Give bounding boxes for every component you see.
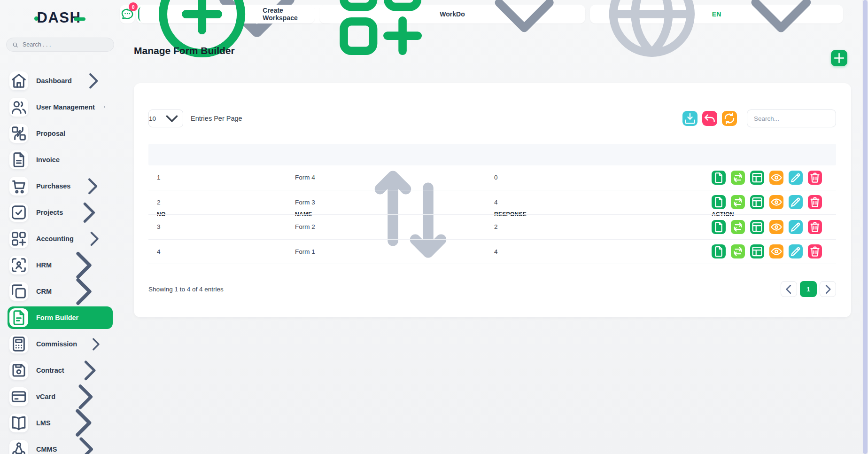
create-workspace-label: Create Workspace <box>263 7 309 22</box>
table-icon <box>750 244 764 258</box>
cell-response: 0 <box>486 174 703 181</box>
row-action-edit-button[interactable] <box>789 171 803 185</box>
table-header: NO NAME RESPONSE ACTION <box>148 144 836 165</box>
row-action-convert-button[interactable] <box>731 220 745 234</box>
messages-button[interactable]: 0 <box>120 5 135 23</box>
table-icon <box>750 195 764 209</box>
workspace-menu-label: WorkDo <box>440 10 465 18</box>
sidebar-item-projects[interactable]: Projects <box>8 201 113 224</box>
create-form-button[interactable] <box>831 50 847 66</box>
chevron-right-icon <box>65 429 106 454</box>
row-action-form-link-button[interactable] <box>712 244 726 258</box>
topbar-right: 0 Create Workspace WorkDo EN <box>120 5 843 23</box>
eye-icon <box>769 171 783 185</box>
messages-badge: 0 <box>129 2 138 11</box>
reload-button[interactable] <box>722 111 737 126</box>
sidebar-item-purchases[interactable]: Purchases <box>8 175 113 197</box>
row-action-convert-button[interactable] <box>731 244 745 258</box>
row-action-view-button[interactable] <box>769 220 783 234</box>
row-action-responses-button[interactable] <box>750 195 764 209</box>
app-logo[interactable]: DASH <box>0 9 120 26</box>
row-action-view-button[interactable] <box>769 244 783 258</box>
app-window: DASH Dashboard User Management Proposal … <box>0 0 868 454</box>
page-title: Manage Form Builder <box>134 45 235 56</box>
repeat-icon <box>731 244 745 258</box>
row-action-view-button[interactable] <box>769 171 783 185</box>
row-action-edit-button[interactable] <box>789 220 803 234</box>
pagination-prev-button[interactable] <box>781 281 797 297</box>
row-action-responses-button[interactable] <box>750 244 764 258</box>
sidebar-item-commission[interactable]: Commission <box>8 333 113 355</box>
cell-no: 2 <box>148 199 287 206</box>
sidebar-item-dashboard[interactable]: Dashboard <box>8 70 113 92</box>
entries-per-page-select[interactable]: 10 <box>148 110 183 127</box>
cell-name: Form 1 <box>287 248 486 255</box>
row-action-delete-button[interactable] <box>808 244 822 258</box>
row-action-delete-button[interactable] <box>808 220 822 234</box>
cell-actions <box>703 244 836 258</box>
pencil-icon <box>789 171 803 185</box>
sidebar-item-user-management[interactable]: User Management <box>8 96 113 118</box>
create-workspace-button[interactable]: Create Workspace <box>140 5 315 23</box>
table-toolbar: 10 Entries Per Page <box>148 110 836 127</box>
language-label: EN <box>712 10 721 18</box>
cell-response: 4 <box>486 248 703 255</box>
cell-name: Form 3 <box>287 199 486 206</box>
chevron-right-icon <box>820 282 836 297</box>
row-action-delete-button[interactable] <box>808 171 822 185</box>
pagination: 1 <box>781 281 836 297</box>
pencil-icon <box>789 195 803 209</box>
sidebar-item-proposal[interactable]: Proposal <box>8 122 113 145</box>
chevron-right-icon <box>71 195 106 230</box>
pagination-page-1-button[interactable]: 1 <box>800 281 817 297</box>
row-action-responses-button[interactable] <box>750 171 764 185</box>
grid-plus-icon <box>326 0 435 69</box>
sidebar-item-crm[interactable]: CRM <box>8 280 113 303</box>
sidebar-search <box>6 38 114 52</box>
export-button[interactable] <box>682 111 698 126</box>
sidebar-item-cmms[interactable]: CMMS <box>8 438 113 454</box>
file-text-icon <box>9 308 28 327</box>
home-icon <box>9 71 28 90</box>
sidebar-search-input[interactable] <box>23 41 108 48</box>
row-action-responses-button[interactable] <box>750 220 764 234</box>
users-icon <box>9 98 28 117</box>
chevron-right-icon <box>80 68 106 94</box>
chevron-right-icon <box>85 334 106 355</box>
cell-actions <box>703 171 836 185</box>
row-action-convert-button[interactable] <box>731 195 745 209</box>
row-action-edit-button[interactable] <box>789 195 803 209</box>
cell-name: Form 2 <box>287 223 486 230</box>
row-action-form-link-button[interactable] <box>712 171 726 185</box>
reset-button[interactable] <box>702 111 717 126</box>
trash-icon <box>808 171 822 185</box>
repeat-icon <box>731 171 745 185</box>
file-icon <box>712 244 726 258</box>
globe-icon <box>596 0 708 70</box>
trash-icon <box>808 220 822 234</box>
workspace-menu-button[interactable]: WorkDo <box>319 5 585 23</box>
row-action-form-link-button[interactable] <box>712 220 726 234</box>
file-icon <box>712 220 726 234</box>
download-icon <box>682 111 698 126</box>
page-scrollbar <box>862 0 868 454</box>
row-action-delete-button[interactable] <box>808 195 822 209</box>
cell-no: 3 <box>148 223 287 230</box>
pagination-next-button[interactable] <box>820 281 836 297</box>
refresh-icon <box>722 111 737 126</box>
row-action-view-button[interactable] <box>769 195 783 209</box>
scan-user-icon <box>9 256 28 274</box>
cell-actions <box>703 195 836 209</box>
sidebar-item-invoice[interactable]: Invoice <box>8 149 113 171</box>
cart-icon <box>9 177 28 196</box>
table-toolbar-buttons <box>678 111 737 126</box>
scrollbar-thumb[interactable] <box>863 0 868 454</box>
language-selector[interactable]: EN <box>590 5 843 23</box>
row-action-convert-button[interactable] <box>731 171 745 185</box>
table-search-input[interactable] <box>747 110 836 127</box>
trash-icon <box>808 244 822 258</box>
row-action-edit-button[interactable] <box>789 244 803 258</box>
form-table-card: 10 Entries Per Page NO NAME RESPONSE ACT… <box>134 83 851 317</box>
sidebar-item-form-builder[interactable]: Form Builder <box>8 306 113 329</box>
row-action-form-link-button[interactable] <box>712 195 726 209</box>
